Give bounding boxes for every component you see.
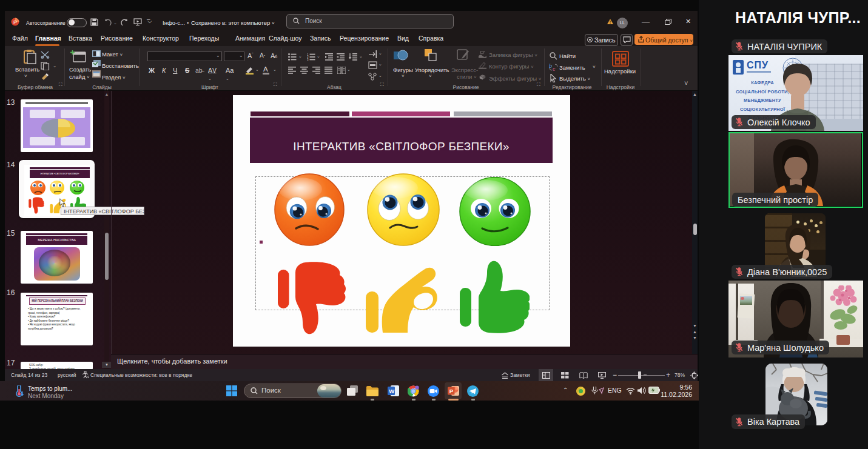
- svg-text:P: P: [13, 19, 17, 25]
- svg-text:W: W: [389, 388, 394, 394]
- svg-text:P: P: [449, 388, 454, 394]
- svg-text:c: c: [553, 66, 556, 72]
- svg-text:3: 3: [307, 58, 309, 61]
